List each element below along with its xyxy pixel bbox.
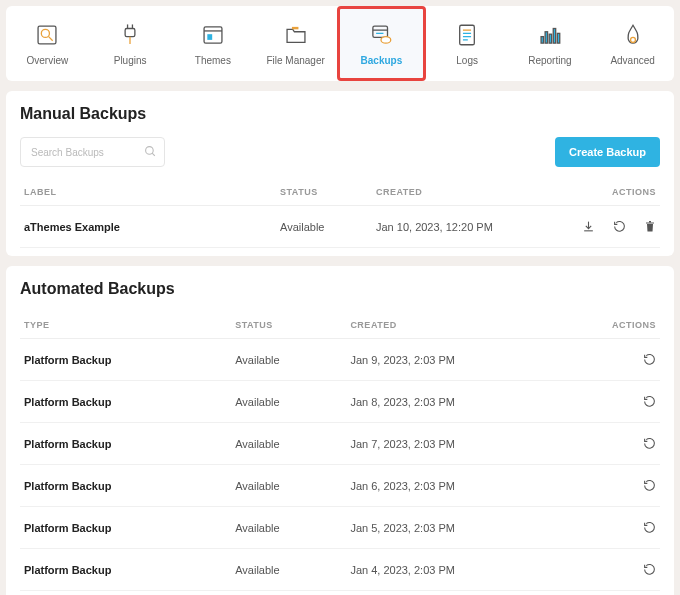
svg-rect-20 [541, 37, 543, 44]
nav-label: Backups [361, 55, 403, 66]
row-status: Available [231, 507, 346, 549]
table-row: Platform BackupAvailableJan 8, 2023, 2:0… [20, 381, 660, 423]
nav-tab-file-manager[interactable]: File Manager [254, 6, 337, 81]
themes-icon [200, 21, 226, 49]
row-created: Jan 9, 2023, 2:03 PM [346, 339, 583, 381]
svg-rect-9 [207, 34, 212, 40]
svg-rect-11 [373, 26, 388, 37]
filemanager-icon [283, 21, 309, 49]
automated-backups-title: Automated Backups [20, 280, 660, 298]
nav-tab-plugins[interactable]: Plugins [89, 6, 172, 81]
col-status: STATUS [231, 312, 346, 339]
top-nav: OverviewPluginsThemesFile ManagerBackups… [6, 6, 674, 81]
col-status: STATUS [276, 179, 372, 206]
nav-label: File Manager [266, 55, 324, 66]
nav-label: Themes [195, 55, 231, 66]
row-status: Available [231, 339, 346, 381]
row-status: Available [231, 549, 346, 591]
nav-tab-themes[interactable]: Themes [172, 6, 255, 81]
manual-toolbar: Create Backup [20, 137, 660, 167]
row-type: Platform Backup [20, 549, 231, 591]
svg-line-2 [49, 37, 53, 41]
nav-label: Logs [456, 55, 478, 66]
row-created: Jan 4, 2023, 2:03 PM [346, 549, 583, 591]
restore-icon[interactable] [643, 395, 656, 408]
auto-table: TYPE STATUS CREATED ACTIONS Platform Bac… [20, 312, 660, 595]
svg-rect-0 [38, 26, 56, 44]
row-status: Available [231, 423, 346, 465]
table-row: Platform BackupAvailableJan 9, 2023, 2:0… [20, 339, 660, 381]
restore-icon[interactable] [613, 220, 626, 233]
backups-icon [368, 21, 394, 49]
manual-table: LABEL STATUS CREATED ACTIONS aThemes Exa… [20, 179, 660, 248]
row-created: Jan 3, 2023, 2:04 PM [346, 591, 583, 596]
nav-label: Plugins [114, 55, 147, 66]
row-actions [587, 563, 656, 576]
svg-rect-22 [549, 34, 551, 43]
svg-rect-24 [557, 33, 559, 43]
table-row: aThemes ExampleAvailableJan 10, 2023, 12… [20, 206, 660, 248]
table-row: Platform BackupAvailableJan 4, 2023, 2:0… [20, 549, 660, 591]
col-label: LABEL [20, 179, 276, 206]
svg-point-25 [630, 37, 635, 42]
plugins-icon [117, 21, 143, 49]
col-type: TYPE [20, 312, 231, 339]
svg-rect-15 [460, 25, 475, 45]
row-created: Jan 8, 2023, 2:03 PM [346, 381, 583, 423]
row-label: aThemes Example [20, 206, 276, 248]
reporting-icon [537, 21, 563, 49]
logs-icon [454, 21, 480, 49]
nav-tab-backups[interactable]: Backups [337, 6, 426, 81]
row-type: Platform Backup [20, 507, 231, 549]
svg-rect-10 [292, 27, 299, 29]
svg-rect-3 [125, 29, 135, 37]
restore-icon[interactable] [643, 521, 656, 534]
trash-icon[interactable] [644, 220, 656, 233]
row-created: Jan 6, 2023, 2:03 PM [346, 465, 583, 507]
nav-tab-logs[interactable]: Logs [426, 6, 509, 81]
svg-rect-23 [553, 29, 555, 44]
row-actions [568, 220, 656, 233]
row-actions [587, 353, 656, 366]
restore-icon[interactable] [643, 563, 656, 576]
manual-backups-title: Manual Backups [20, 105, 660, 123]
search-icon[interactable] [144, 145, 157, 158]
automated-backups-panel: Automated Backups TYPE STATUS CREATED AC… [6, 266, 674, 595]
restore-icon[interactable] [643, 437, 656, 450]
svg-point-26 [146, 147, 154, 155]
create-backup-button[interactable]: Create Backup [555, 137, 660, 167]
restore-icon[interactable] [643, 479, 656, 492]
row-status: Available [276, 206, 372, 248]
svg-rect-31 [649, 221, 651, 223]
svg-rect-7 [204, 27, 222, 43]
table-row: Platform BackupAvailableJan 7, 2023, 2:0… [20, 423, 660, 465]
nav-tab-advanced[interactable]: Advanced [591, 6, 674, 81]
row-actions [587, 521, 656, 534]
row-created: Jan 5, 2023, 2:03 PM [346, 507, 583, 549]
svg-rect-21 [545, 32, 547, 43]
row-status: Available [231, 591, 346, 596]
nav-tab-reporting[interactable]: Reporting [509, 6, 592, 81]
table-row: Platform BackupAvailableJan 3, 2023, 2:0… [20, 591, 660, 596]
svg-rect-30 [646, 223, 654, 224]
svg-point-14 [381, 37, 391, 44]
row-type: Platform Backup [20, 381, 231, 423]
table-row: Platform BackupAvailableJan 5, 2023, 2:0… [20, 507, 660, 549]
download-icon[interactable] [582, 220, 595, 233]
svg-point-1 [42, 29, 50, 37]
restore-icon[interactable] [643, 353, 656, 366]
row-created: Jan 7, 2023, 2:03 PM [346, 423, 583, 465]
manual-backups-panel: Manual Backups Create Backup LABEL STATU… [6, 91, 674, 256]
row-type: Platform Backup [20, 591, 231, 596]
col-actions: ACTIONS [583, 312, 660, 339]
nav-label: Reporting [528, 55, 571, 66]
row-status: Available [231, 381, 346, 423]
col-actions: ACTIONS [564, 179, 660, 206]
nav-tab-overview[interactable]: Overview [6, 6, 89, 81]
col-created: CREATED [346, 312, 583, 339]
svg-line-27 [152, 153, 155, 156]
col-created: CREATED [372, 179, 564, 206]
row-actions [587, 437, 656, 450]
search-wrap [20, 137, 165, 167]
row-type: Platform Backup [20, 465, 231, 507]
